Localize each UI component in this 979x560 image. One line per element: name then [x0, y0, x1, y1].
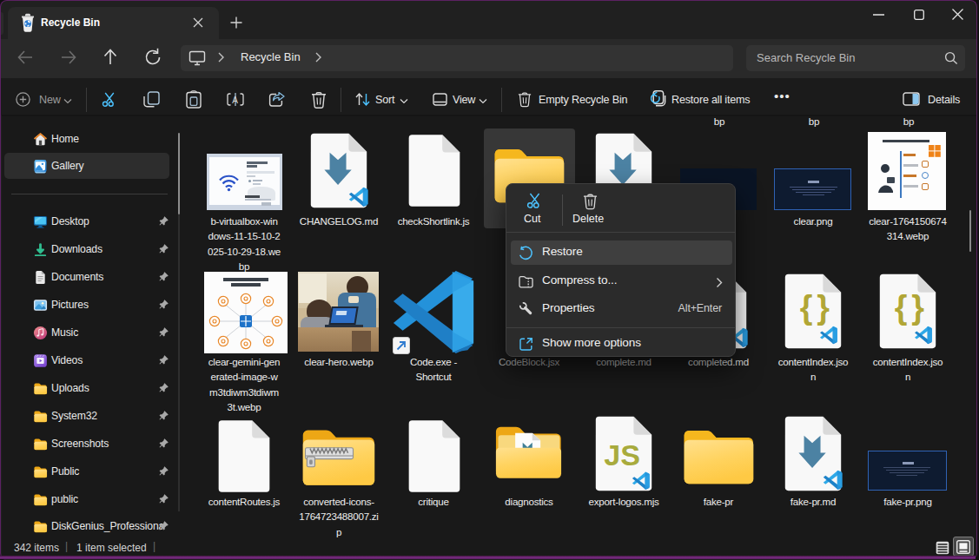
svg-text:A: A	[232, 96, 238, 105]
